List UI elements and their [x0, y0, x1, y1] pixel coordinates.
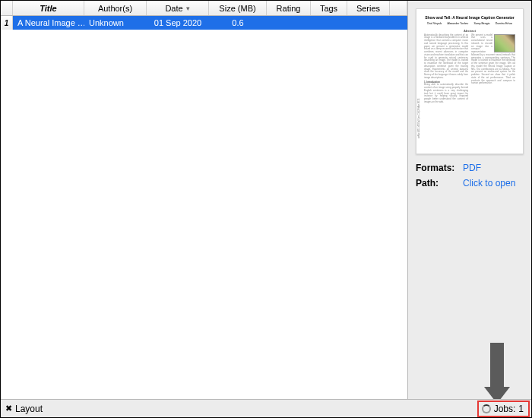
- app-window: Title Author(s) Date ▾ Size (MB) Rating …: [0, 0, 532, 418]
- column-header-filler: [390, 1, 407, 15]
- status-bar: ✖ Layout Jobs: 1: [1, 399, 531, 417]
- abstract-heading: Abstract: [424, 29, 515, 33]
- paper-title: Show and Tell: A Neural Image Caption Ge…: [424, 15, 515, 20]
- path-row: Path: Click to open: [416, 176, 524, 191]
- column-header-rating[interactable]: Rating: [267, 1, 311, 15]
- table-header: Title Author(s) Date ▾ Size (MB) Rating …: [1, 1, 407, 16]
- path-label: Path:: [416, 178, 460, 188]
- cell-size: 0.6: [209, 16, 267, 30]
- annotation-arrow-icon: [484, 343, 510, 404]
- formats-label: Formats:: [416, 163, 460, 173]
- sort-indicator-icon: ▾: [186, 5, 190, 12]
- paper-figure-icon: [494, 34, 515, 52]
- cell-series: [347, 16, 390, 30]
- row-number-header: [1, 1, 13, 15]
- author-name: Samy Bengio: [474, 22, 490, 25]
- table-body: 1 A Neural Image … Unknown 01 Sep 2020 0…: [1, 16, 407, 399]
- layout-label: Layout: [15, 404, 43, 414]
- details-sidebar: arXiv:1411.4555v2 [cs.CV] 20 Apr 2015 Sh…: [408, 1, 531, 399]
- paper-columns: Automatically describing the content of …: [424, 34, 515, 104]
- column-header-title[interactable]: Title: [13, 1, 84, 15]
- layout-button[interactable]: ✖ Layout: [1, 404, 47, 414]
- path-link[interactable]: Click to open: [463, 178, 515, 188]
- cover-preview[interactable]: arXiv:1411.4555v2 [cs.CV] 20 Apr 2015 Sh…: [416, 8, 524, 154]
- column-header-series[interactable]: Series: [347, 1, 390, 15]
- formats-row: Formats: PDF: [416, 160, 524, 176]
- author-name: Alexander Toshev: [448, 22, 469, 25]
- paper-column-right: We present a model that uses a convoluti…: [471, 34, 515, 104]
- column-header-date-label: Date: [165, 4, 182, 13]
- layout-icon: ✖: [5, 404, 12, 413]
- cell-tags: [311, 16, 347, 30]
- jobs-label: Jobs:: [494, 404, 516, 414]
- jobs-count: 1: [518, 404, 524, 414]
- cell-author: Unknown: [84, 16, 147, 30]
- row-number: 1: [1, 16, 13, 30]
- column-header-author[interactable]: Author(s): [84, 1, 147, 15]
- column-header-tags[interactable]: Tags: [311, 1, 347, 15]
- paper-authors: Oriol Vinyals Alexander Toshev Samy Beng…: [424, 22, 515, 25]
- author-name: Dumitru Erhan: [496, 22, 513, 25]
- preview-container: arXiv:1411.4555v2 [cs.CV] 20 Apr 2015 Sh…: [408, 1, 531, 159]
- cell-date: 01 Sep 2020: [147, 16, 209, 30]
- column-header-size[interactable]: Size (MB): [209, 1, 267, 15]
- spinner-icon: [482, 404, 491, 413]
- jobs-indicator[interactable]: Jobs: 1: [477, 401, 530, 417]
- cell-title: A Neural Image …: [13, 16, 84, 30]
- author-name: Oriol Vinyals: [427, 22, 442, 25]
- library-table: Title Author(s) Date ▾ Size (MB) Rating …: [1, 1, 408, 399]
- metadata-panel: Formats: PDF Path: Click to open: [408, 159, 531, 194]
- arxiv-note: arXiv:1411.4555v2 [cs.CV] 20 Apr 2015: [418, 40, 423, 138]
- paper-column-left: Automatically describing the content of …: [424, 34, 468, 104]
- table-row[interactable]: 1 A Neural Image … Unknown 01 Sep 2020 0…: [1, 16, 407, 30]
- cell-rating: [267, 16, 311, 30]
- formats-link[interactable]: PDF: [463, 163, 481, 173]
- main-area: Title Author(s) Date ▾ Size (MB) Rating …: [1, 1, 531, 399]
- column-header-date[interactable]: Date ▾: [147, 1, 209, 15]
